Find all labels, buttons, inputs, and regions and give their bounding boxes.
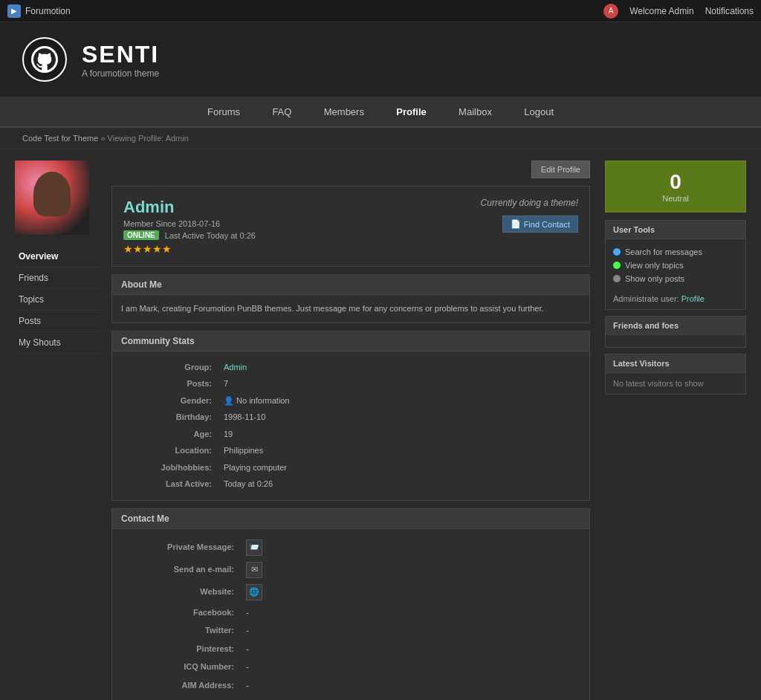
table-row: Last Active: Today at 0:26 [121, 476, 580, 493]
breadcrumb: Code Test for Theme » Viewing Profile: A… [0, 128, 761, 149]
contact-me-section: Contact Me Private Message: 📨 Send an e-… [111, 508, 590, 701]
site-header: SENTI A forumotion theme [0, 22, 761, 97]
contact-value: - [240, 676, 580, 695]
stat-label: Group: [121, 359, 218, 376]
status-row: ONLINE Last Active Today at 0:26 [123, 230, 256, 240]
find-contact-button[interactable]: 📄 Find Contact [502, 215, 578, 233]
gender-value: No information [236, 396, 290, 405]
main-nav: Forums FAQ Members Profile Mailbox Logou… [0, 97, 761, 128]
user-tools-content: Search for messages View only topics Sho… [606, 239, 745, 291]
breadcrumb-home[interactable]: Code Test for Theme [22, 134, 98, 143]
breadcrumb-separator: » [100, 134, 107, 143]
reputation-stars: ★★★★★ [123, 243, 256, 255]
tool-label: Search for messages [625, 247, 702, 256]
sidebar-item-posts[interactable]: Posts [15, 311, 104, 332]
nav-faq[interactable]: FAQ [257, 97, 306, 126]
stat-label: Gender: [121, 392, 218, 409]
contact-table: Private Message: 📨 Send an e-mail: ✉ Web… [121, 537, 580, 701]
tool-view-topics[interactable]: View only topics [613, 259, 738, 272]
profile-username: Admin [123, 198, 256, 217]
email-icon[interactable]: ✉ [246, 562, 262, 578]
table-row: Send an e-mail: ✉ [121, 559, 580, 581]
table-row: Posts: 7 [121, 375, 580, 392]
stat-label: Posts: [121, 375, 218, 392]
admin-profile-link[interactable]: Profile [681, 294, 705, 303]
community-stats-title: Community Stats [112, 331, 589, 351]
contact-value: - [240, 603, 580, 622]
user-info: Admin Member Since 2018-07-16 ONLINE Las… [123, 198, 256, 255]
contact-value: - [240, 694, 580, 700]
last-active: Last Active Today at 0:26 [165, 231, 256, 240]
contact-value: - [240, 640, 580, 658]
topbar: ▶ Forumotion A Welcome Admin Notificatio… [0, 0, 761, 22]
user-avatar [15, 161, 89, 235]
pm-icon[interactable]: 📨 [246, 539, 262, 556]
admin-avatar: A [603, 4, 618, 19]
about-me-section: About Me I am Mark, creating Forumotion … [111, 274, 590, 323]
content-area: Edit Profile Admin Member Since 2018-07-… [104, 161, 598, 700]
blue-dot-icon [613, 248, 621, 256]
nav-logout[interactable]: Logout [509, 97, 569, 126]
contact-label: ICQ Number: [121, 658, 240, 676]
stats-table: Group: Admin Posts: 7 Gender: 👤 No infor… [121, 359, 580, 493]
tool-search-messages[interactable]: Search for messages [613, 245, 738, 259]
tool-show-posts[interactable]: Show only posts [613, 272, 738, 285]
stat-value: Today at 0:26 [218, 476, 580, 493]
mood-text: Currently doing a theme! [481, 198, 578, 208]
website-icon[interactable]: 🌐 [246, 584, 262, 600]
contact-me-content: Private Message: 📨 Send an e-mail: ✉ Web… [112, 529, 589, 701]
contact-value: - [240, 621, 580, 640]
stat-value: Playing computer [218, 459, 580, 476]
table-row: Pinterest: - [121, 640, 580, 658]
github-icon [30, 45, 59, 74]
nav-forums[interactable]: Forums [192, 97, 255, 126]
green-dot-icon [613, 262, 621, 269]
no-visitors-text: No latest visitors to show [606, 373, 745, 394]
admin-link-row: Administrate user: Profile [606, 291, 745, 309]
sidebar-item-overview[interactable]: Overview [15, 246, 104, 268]
table-row: Job/hobbies: Playing computer [121, 459, 580, 476]
stat-value: Philippines [218, 442, 580, 459]
find-contact-icon: 📄 [511, 219, 521, 229]
reputation-number: 0 [615, 170, 736, 194]
stat-value: 👤 No information [218, 392, 580, 409]
find-contact-label: Find Contact [524, 220, 570, 229]
gray-dot-icon [613, 275, 621, 282]
nav-members[interactable]: Members [309, 97, 379, 126]
member-since: Member Since 2018-07-16 [123, 219, 256, 228]
contact-me-title: Contact Me [112, 509, 589, 529]
contact-label: Pinterest: [121, 640, 240, 658]
sidebar-item-myshouts[interactable]: My Shouts [15, 332, 104, 354]
logo-text: SENTI A forumotion theme [82, 41, 159, 79]
about-me-title: About Me [112, 275, 589, 295]
right-panel: 0 Neutral User Tools Search for messages… [598, 161, 746, 700]
table-row: Gender: 👤 No information [121, 392, 580, 409]
table-row: Private Message: 📨 [121, 537, 580, 559]
sidebar-item-topics[interactable]: Topics [15, 289, 104, 311]
profile-header-right: Currently doing a theme! 📄 Find Contact [481, 198, 578, 233]
contact-value: 📨 [240, 537, 580, 559]
tool-label: Show only posts [625, 274, 684, 283]
sidebar-item-friends[interactable]: Friends [15, 268, 104, 289]
brand: ▶ Forumotion [7, 4, 71, 18]
user-tools-title: User Tools [606, 221, 745, 239]
stat-label: Last Active: [121, 476, 218, 493]
latest-visitors-title: Latest Visitors [606, 354, 745, 373]
edit-profile-button[interactable]: Edit Profile [531, 161, 590, 178]
latest-visitors-section: Latest Visitors No latest visitors to sh… [605, 354, 746, 395]
group-link[interactable]: Admin [224, 363, 247, 372]
sidebar-nav: Overview Friends Topics Posts My Shouts [15, 246, 104, 354]
brand-label: Forumotion [25, 6, 71, 16]
contact-label: Twitter: [121, 621, 240, 640]
notifications-link[interactable]: Notifications [705, 6, 754, 16]
about-me-content: I am Mark, creating Forumotion PunBB the… [112, 295, 589, 323]
nav-profile[interactable]: Profile [381, 97, 441, 126]
breadcrumb-current: Viewing Profile: Admin [108, 134, 189, 143]
table-row: Group: Admin [121, 359, 580, 376]
community-stats-section: Community Stats Group: Admin Posts: 7 Ge… [111, 331, 590, 501]
contact-label: MSN Messenger: [121, 694, 240, 700]
community-stats-content: Group: Admin Posts: 7 Gender: 👤 No infor… [112, 351, 589, 500]
stat-label: Age: [121, 426, 218, 443]
welcome-label: Welcome Admin [629, 6, 693, 16]
nav-mailbox[interactable]: Mailbox [444, 97, 507, 126]
